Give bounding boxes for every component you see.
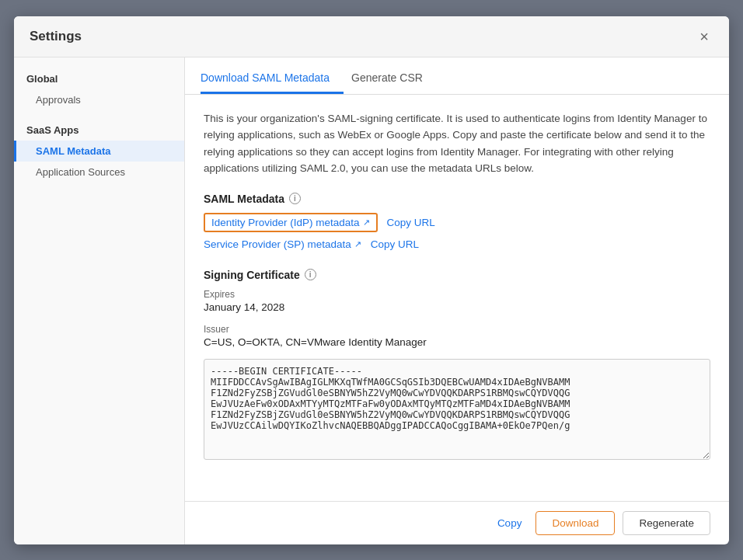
download-button[interactable]: Download	[535, 511, 615, 535]
issuer-label: Issuer	[204, 324, 710, 335]
tab-download-saml[interactable]: Download SAML Metadata	[201, 64, 344, 94]
sidebar-item-application-sources[interactable]: Application Sources	[14, 162, 184, 183]
metadata-links: Identity Provider (IdP) metadata ↗ Copy …	[204, 213, 710, 250]
content-area: This is your organization's SAML-signing…	[185, 95, 729, 501]
idp-metadata-link[interactable]: Identity Provider (IdP) metadata ↗	[204, 213, 378, 232]
idp-metadata-row: Identity Provider (IdP) metadata ↗ Copy …	[204, 213, 710, 232]
settings-dialog: Settings × Global Approvals SaaS Apps SA…	[14, 16, 729, 544]
issuer-value: C=US, O=OKTA, CN=VMware Identity Manager	[204, 336, 710, 348]
cert-textarea[interactable]	[204, 359, 710, 460]
external-link-icon: ↗	[363, 217, 370, 228]
dialog-body: Global Approvals SaaS Apps SAML Metadata…	[14, 57, 729, 544]
expires-value: January 14, 2028	[204, 301, 710, 313]
idp-copy-url-link[interactable]: Copy URL	[387, 217, 435, 228]
saml-metadata-info-icon: i	[289, 193, 301, 204]
cert-section: Expires January 14, 2028 Issuer C=US, O=…	[204, 289, 710, 463]
external-link-icon-sp: ↗	[354, 239, 361, 249]
close-button[interactable]: ×	[695, 27, 713, 46]
description-text: This is your organization's SAML-signing…	[204, 110, 710, 177]
saml-metadata-heading: SAML Metadata i	[204, 193, 710, 205]
tab-generate-csr[interactable]: Generate CSR	[351, 64, 437, 94]
footer: Copy Download Regenerate	[185, 501, 729, 544]
signing-cert-heading: Signing Certificate i	[204, 269, 710, 281]
dialog-header: Settings ×	[14, 16, 729, 57]
signing-cert-info-icon: i	[305, 269, 316, 280]
sidebar: Global Approvals SaaS Apps SAML Metadata…	[14, 57, 185, 544]
sp-copy-url-link[interactable]: Copy URL	[371, 238, 419, 250]
sp-metadata-link[interactable]: Service Provider (SP) metadata ↗	[204, 238, 361, 250]
dialog-title: Settings	[30, 29, 82, 44]
expires-label: Expires	[204, 289, 710, 300]
copy-button[interactable]: Copy	[491, 512, 528, 534]
sidebar-section-global: Global	[14, 70, 184, 89]
sidebar-item-approvals[interactable]: Approvals	[14, 89, 184, 110]
tabs-bar: Download SAML Metadata Generate CSR	[185, 64, 729, 95]
main-content: Download SAML Metadata Generate CSR This…	[185, 57, 729, 544]
sidebar-item-saml-metadata[interactable]: SAML Metadata	[14, 141, 184, 162]
regenerate-button[interactable]: Regenerate	[623, 511, 710, 535]
sidebar-section-saas-apps: SaaS Apps	[14, 121, 184, 141]
sp-metadata-row: Service Provider (SP) metadata ↗ Copy UR…	[204, 238, 710, 250]
